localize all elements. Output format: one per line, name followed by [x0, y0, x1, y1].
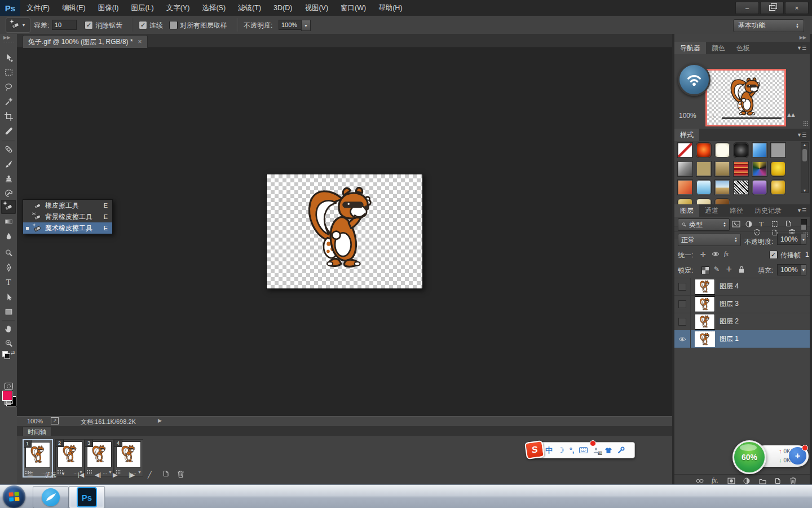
panel-menu-icon[interactable]: ▼☰ [797, 42, 810, 54]
layer-row-1-selected[interactable]: 图层 1 [674, 330, 810, 348]
flyout-background-eraser-tool[interactable]: 背景橡皮擦工具 E [23, 211, 112, 222]
menu-view[interactable]: 视图(V) [298, 0, 334, 16]
tab-history[interactable]: 历史记录 [749, 204, 787, 217]
blend-mode-select[interactable]: 正常 ▲▼ [678, 234, 741, 246]
status-zoom[interactable]: 100% [27, 418, 43, 424]
style-swatch[interactable] [752, 179, 767, 195]
magic-wand-tool[interactable] [1, 95, 16, 109]
ime-keyboard-icon[interactable] [579, 447, 588, 453]
new-group-button[interactable] [759, 478, 766, 484]
move-tool[interactable] [1, 51, 16, 65]
flyout-magic-eraser-tool[interactable]: 魔术橡皮擦工具 E [23, 222, 112, 234]
style-swatch[interactable] [696, 142, 712, 158]
opacity-value[interactable]: 100% [279, 20, 303, 30]
zoom-out-icon[interactable]: ▲ [712, 114, 716, 118]
tab-close-icon[interactable]: × [138, 38, 142, 46]
visibility-toggle[interactable] [674, 330, 691, 348]
delete-layer-button[interactable] [789, 477, 797, 485]
tolerance-input[interactable] [52, 20, 77, 30]
layer-thumbnail[interactable] [695, 331, 715, 347]
layer-row-3[interactable]: 图层 3 [674, 295, 810, 313]
layer-name[interactable]: 图层 4 [720, 278, 739, 295]
layer-name[interactable]: 图层 1 [720, 330, 739, 348]
menu-file[interactable]: 文件(F) [20, 0, 56, 16]
ime-skin-icon[interactable] [604, 447, 612, 454]
first-frame-button[interactable]: |◀ [78, 471, 84, 479]
lock-all-icon[interactable] [739, 266, 744, 273]
next-frame-button[interactable]: |▶ [129, 471, 135, 479]
tab-color[interactable]: 颜色 [706, 42, 731, 54]
tab-paths[interactable]: 路径 [724, 204, 749, 217]
export-icon[interactable]: ↗ [51, 417, 59, 424]
clone-stamp-tool[interactable] [1, 172, 16, 186]
style-swatch[interactable] [696, 161, 712, 177]
filter-image-icon[interactable] [732, 221, 740, 227]
style-swatch[interactable] [733, 161, 749, 177]
tool-preset-button[interactable]: ▼ [6, 17, 30, 33]
ime-settings-icon[interactable] [617, 446, 625, 454]
tab-layers[interactable]: 图层 [674, 204, 699, 217]
collapse-dock-icon[interactable]: ▶▶ [3, 35, 10, 40]
menu-image[interactable]: 图像(I) [92, 0, 125, 16]
start-button[interactable] [3, 485, 25, 508]
layer-thumbnail[interactable] [695, 279, 715, 295]
gradient-tool[interactable] [1, 214, 16, 229]
ime-fullhalf-icon[interactable]: ☽ [558, 446, 564, 454]
visibility-toggle[interactable] [674, 295, 691, 313]
style-swatch[interactable] [733, 142, 749, 158]
contiguous-checkbox[interactable]: ✓ [139, 21, 147, 29]
layer-opacity-field[interactable]: 100% ▼ [777, 234, 806, 245]
style-swatch[interactable] [733, 179, 749, 195]
ime-language-toggle[interactable]: 中 [545, 445, 553, 456]
ime-toolbar[interactable]: S 中 ☽ °, 10 [527, 442, 635, 458]
layer-thumbnail[interactable] [695, 296, 715, 312]
style-swatch[interactable] [770, 142, 786, 158]
layer-row-4[interactable]: 图层 4 [674, 278, 810, 296]
style-swatch[interactable] [677, 142, 693, 158]
style-swatch[interactable] [714, 179, 730, 195]
marquee-tool[interactable] [1, 65, 16, 80]
tab-channels[interactable]: 通道 [699, 204, 724, 217]
sogou-logo[interactable]: S [524, 440, 545, 459]
delete-frame-button[interactable] [177, 470, 184, 478]
path-select-tool[interactable] [1, 290, 16, 304]
layer-fill-field[interactable]: 100% ▼ [777, 264, 806, 275]
zoom-in-icon[interactable]: ▲▲ [786, 111, 794, 118]
tab-navigator[interactable]: 导航器 [674, 42, 706, 54]
menu-window[interactable]: 窗口(W) [334, 0, 372, 16]
minimize-button[interactable]: – [735, 2, 759, 14]
healing-brush-tool[interactable] [1, 142, 16, 156]
eraser-tool-active[interactable] [1, 200, 16, 214]
lock-position-icon[interactable]: ✛ [726, 265, 732, 273]
collapse-panels-icon[interactable]: ▶▶ [800, 35, 806, 40]
anti-alias-checkbox[interactable]: ✓ [85, 21, 93, 29]
ime-punctuation-icon[interactable]: °, [570, 446, 575, 454]
link-layers-button[interactable] [696, 479, 704, 483]
layer-style-button[interactable]: fx. [712, 476, 718, 485]
layer-thumbnail[interactable] [695, 314, 715, 330]
adjustment-layer-button[interactable] [743, 478, 750, 484]
accelerate-button[interactable]: + [789, 447, 806, 465]
shape-tool[interactable] [1, 305, 16, 319]
ime-user-icon[interactable]: 10 [593, 447, 599, 454]
timeline-tab[interactable]: 时间轴 [23, 427, 51, 436]
restore-button[interactable] [760, 2, 784, 14]
flyout-eraser-tool[interactable]: 橡皮擦工具 E [23, 200, 112, 211]
play-button[interactable]: ▶ [113, 471, 117, 479]
pen-tool[interactable] [1, 261, 16, 275]
layer-mask-button[interactable] [727, 478, 735, 484]
history-brush-tool[interactable] [1, 186, 16, 200]
zoom-tool[interactable] [1, 336, 16, 351]
menu-type[interactable]: 文字(Y) [160, 0, 196, 16]
tab-swatches[interactable]: 色板 [731, 42, 756, 54]
layer-filter-select[interactable]: 类型 ▲▼ [678, 218, 730, 231]
memory-speed-ball[interactable]: 60% [732, 440, 766, 474]
sample-all-layers-checkbox[interactable] [169, 21, 178, 29]
scroll-up-icon[interactable]: ▲ [803, 143, 807, 147]
status-arrow-icon[interactable]: ▶ [158, 418, 162, 423]
tween-button[interactable]: ╱ [148, 471, 152, 479]
style-swatch[interactable] [714, 142, 730, 158]
filter-smart-object-icon[interactable] [785, 220, 792, 227]
app-logo[interactable]: Ps [0, 0, 20, 16]
close-button[interactable]: × [785, 2, 809, 14]
